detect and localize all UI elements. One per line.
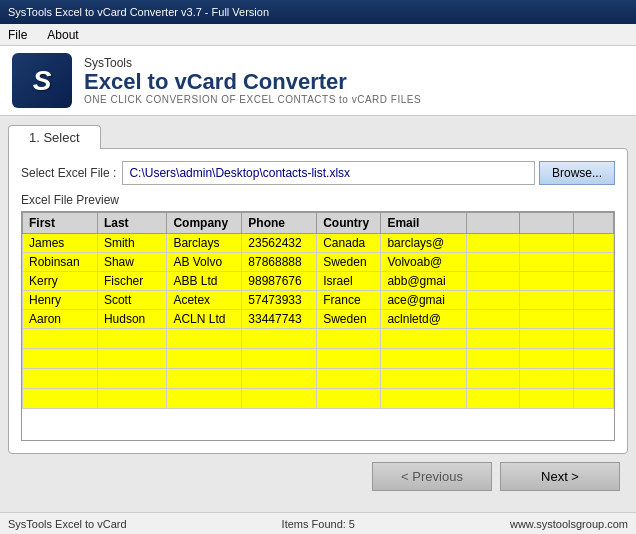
table-cell (167, 389, 242, 409)
table-cell (23, 389, 98, 409)
table-cell: 98987676 (242, 272, 317, 291)
col-extra1 (466, 213, 519, 234)
app-header: S SysTools Excel to vCard Converter ONE … (0, 46, 636, 116)
table-row: AaronHudsonACLN Ltd33447743Swedenaclnlet… (23, 310, 614, 329)
table-row (23, 389, 614, 409)
table-container: First Last Company Phone Country Email (21, 211, 615, 441)
logo: S (12, 53, 72, 108)
table-cell (381, 329, 467, 349)
table-cell: 87868888 (242, 253, 317, 272)
table-cell: 23562432 (242, 234, 317, 253)
table-cell (23, 349, 98, 369)
table-cell (97, 369, 167, 389)
preview-label: Excel File Preview (21, 193, 615, 207)
title-text: SysTools Excel to vCard Converter v3.7 -… (8, 6, 269, 18)
table-cell: 33447743 (242, 310, 317, 329)
table-cell: Sweden (317, 253, 381, 272)
tab-panel: Select Excel File : Browse... Excel File… (8, 148, 628, 454)
previous-button[interactable]: < Previous (372, 462, 492, 491)
table-cell (520, 389, 574, 409)
table-cell (242, 349, 317, 369)
col-company: Company (167, 213, 242, 234)
table-row (23, 369, 614, 389)
table-cell (466, 253, 519, 272)
col-extra2 (520, 213, 574, 234)
table-cell (97, 389, 167, 409)
tab-header: 1. Select (8, 125, 628, 149)
col-email: Email (381, 213, 467, 234)
table-cell: ABB Ltd (167, 272, 242, 291)
file-path-input[interactable] (122, 161, 535, 185)
table-cell (574, 253, 614, 272)
table-cell: 57473933 (242, 291, 317, 310)
table-cell: Sweden (317, 310, 381, 329)
table-cell (574, 349, 614, 369)
status-right: www.systoolsgroup.com (510, 518, 628, 530)
brand-name: SysTools (84, 56, 421, 70)
table-cell (167, 369, 242, 389)
table-cell (520, 369, 574, 389)
tab-select[interactable]: 1. Select (8, 125, 101, 149)
table-cell (466, 349, 519, 369)
col-first: First (23, 213, 98, 234)
status-center: Items Found: 5 (282, 518, 355, 530)
table-cell: AB Volvo (167, 253, 242, 272)
table-row: JamesSmithBarclays23562432Canadabarclays… (23, 234, 614, 253)
bottom-bar: < Previous Next > (8, 454, 628, 495)
table-cell (520, 272, 574, 291)
product-name: Excel to vCard Converter (84, 70, 421, 94)
logo-letter: S (33, 65, 52, 97)
table-cell: Canada (317, 234, 381, 253)
table-cell (381, 349, 467, 369)
menu-bar: File About (0, 24, 636, 46)
table-cell (466, 310, 519, 329)
table-cell: France (317, 291, 381, 310)
next-button[interactable]: Next > (500, 462, 620, 491)
table-cell (520, 234, 574, 253)
table-cell: barclays@ (381, 234, 467, 253)
table-row: RobinsanShawAB Volvo87868888SwedenVolvoa… (23, 253, 614, 272)
menu-file[interactable]: File (4, 27, 31, 43)
table-cell: James (23, 234, 98, 253)
table-cell (317, 389, 381, 409)
table-cell (466, 389, 519, 409)
table-cell (242, 369, 317, 389)
table-cell (574, 272, 614, 291)
table-cell (242, 389, 317, 409)
main-content: 1. Select Select Excel File : Browse... … (0, 116, 636, 534)
table-cell (520, 253, 574, 272)
table-cell: aclnletd@ (381, 310, 467, 329)
browse-button[interactable]: Browse... (539, 161, 615, 185)
table-cell (466, 234, 519, 253)
table-cell (167, 329, 242, 349)
table-cell (466, 329, 519, 349)
table-row: KerryFischerABB Ltd98987676Israelabb@gma… (23, 272, 614, 291)
table-cell (466, 272, 519, 291)
table-cell: ACLN Ltd (167, 310, 242, 329)
table-cell (381, 369, 467, 389)
table-cell: Acetex (167, 291, 242, 310)
table-wrapper[interactable]: First Last Company Phone Country Email (22, 212, 614, 440)
table-cell: Aaron (23, 310, 98, 329)
table-cell: Shaw (97, 253, 167, 272)
table-cell (23, 329, 98, 349)
table-header-row: First Last Company Phone Country Email (23, 213, 614, 234)
status-left: SysTools Excel to vCard (8, 518, 127, 530)
table-row: HenryScottAcetex57473933Franceace@gmai (23, 291, 614, 310)
table-cell: Henry (23, 291, 98, 310)
col-phone: Phone (242, 213, 317, 234)
table-cell (574, 291, 614, 310)
table-cell (520, 291, 574, 310)
table-cell: Hudson (97, 310, 167, 329)
col-country: Country (317, 213, 381, 234)
table-cell (574, 389, 614, 409)
table-cell: Smith (97, 234, 167, 253)
menu-about[interactable]: About (43, 27, 82, 43)
table-cell (466, 369, 519, 389)
table-cell (574, 310, 614, 329)
table-cell (317, 369, 381, 389)
table-cell (23, 369, 98, 389)
table-cell (574, 234, 614, 253)
table-cell (520, 310, 574, 329)
file-select-row: Select Excel File : Browse... (21, 161, 615, 185)
